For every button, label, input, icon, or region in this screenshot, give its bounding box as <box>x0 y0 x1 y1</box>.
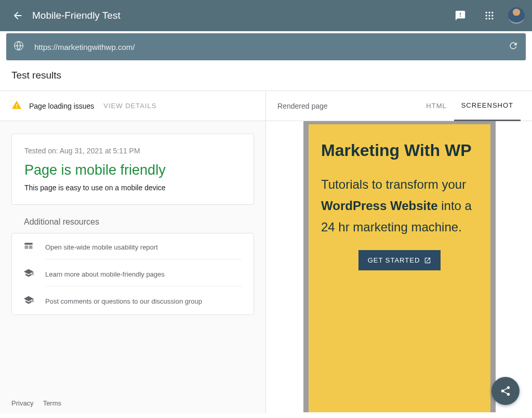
svg-point-4 <box>488 15 490 16</box>
view-details-link[interactable]: VIEW DETAILS <box>103 102 156 110</box>
svg-point-0 <box>486 12 487 14</box>
avatar[interactable] <box>508 7 525 24</box>
privacy-link[interactable]: Privacy <box>11 399 34 407</box>
right-panel: Rendered page HTML SCREENSHOT Marketing … <box>266 91 532 413</box>
additional-label: Open site-wide mobile usability report <box>45 243 158 251</box>
additional-card: Open site-wide mobile usability report L… <box>11 233 254 315</box>
feedback-button[interactable] <box>450 5 471 26</box>
left-panel: Page loading issues VIEW DETAILS Tested … <box>0 91 266 413</box>
preview-subtitle: Tutorials to transform your WordPress We… <box>321 174 478 238</box>
svg-point-1 <box>488 12 490 14</box>
issue-text: Page loading issues <box>29 102 94 110</box>
additional-label: Learn more about mobile-friendly pages <box>45 270 165 278</box>
verdict-heading: Page is mobile friendly <box>24 162 241 178</box>
header-actions <box>450 5 525 26</box>
preview-title: Marketing With WP <box>321 140 478 161</box>
phone-screen: Marketing With WP Tutorials to transform… <box>309 124 490 412</box>
warning-icon <box>11 100 22 112</box>
apps-button[interactable] <box>479 5 500 26</box>
footer-links: Privacy Terms <box>11 399 61 407</box>
reload-icon <box>508 41 518 51</box>
page-title: Mobile-Friendly Test <box>32 10 450 21</box>
open-in-new-icon <box>424 257 431 264</box>
svg-point-5 <box>491 15 493 16</box>
additional-row-report[interactable]: Open site-wide mobile usability report <box>12 233 254 260</box>
svg-point-7 <box>488 18 490 19</box>
rendered-page-title: Rendered page <box>277 102 419 110</box>
school-icon <box>23 268 34 280</box>
share-icon <box>500 385 511 397</box>
tab-screenshot[interactable]: SCREENSHOT <box>454 91 521 121</box>
result-card: Tested on: Aug 31, 2021 at 5:11 PM Page … <box>11 134 254 205</box>
preview-viewport: Marketing With WP Tutorials to transform… <box>266 121 532 412</box>
url-bar: https://marketingwithwp.com/ <box>6 33 526 60</box>
tab-html[interactable]: HTML <box>419 91 454 121</box>
apps-icon <box>484 10 495 21</box>
additional-row-learn[interactable]: Learn more about mobile-friendly pages <box>12 260 254 288</box>
tested-on: Tested on: Aug 31, 2021 at 5:11 PM <box>24 147 241 155</box>
school-icon <box>23 295 34 307</box>
header-bar: Mobile-Friendly Test <box>0 0 532 31</box>
share-fab[interactable] <box>491 377 520 405</box>
tab-bar: Rendered page HTML SCREENSHOT <box>266 91 532 121</box>
svg-point-6 <box>486 18 487 19</box>
phone-frame: Marketing With WP Tutorials to transform… <box>303 121 496 412</box>
preview-cta-button: GET STARTED <box>358 250 441 270</box>
svg-point-8 <box>491 18 493 19</box>
reload-button[interactable] <box>508 41 518 53</box>
additional-row-discuss[interactable]: Post comments or questions to our discus… <box>12 288 254 315</box>
verdict-subtext: This page is easy to use on a mobile dev… <box>24 184 241 192</box>
report-icon <box>23 241 34 253</box>
body: Page loading issues VIEW DETAILS Tested … <box>0 91 532 413</box>
preview-cta-label: GET STARTED <box>368 256 420 264</box>
globe-icon <box>14 41 24 53</box>
issue-bar: Page loading issues VIEW DETAILS <box>0 91 265 121</box>
section-header: Test results <box>0 60 532 91</box>
url-input[interactable]: https://marketingwithwp.com/ <box>34 43 508 51</box>
feedback-icon <box>455 10 466 21</box>
terms-link[interactable]: Terms <box>43 399 61 407</box>
additional-label: Post comments or questions to our discus… <box>45 297 202 305</box>
back-button[interactable] <box>7 5 28 26</box>
svg-point-2 <box>491 12 493 14</box>
svg-point-3 <box>486 15 487 16</box>
additional-title: Additional resources <box>24 217 254 227</box>
section-title: Test results <box>11 70 521 81</box>
arrow-back-icon <box>12 10 23 21</box>
